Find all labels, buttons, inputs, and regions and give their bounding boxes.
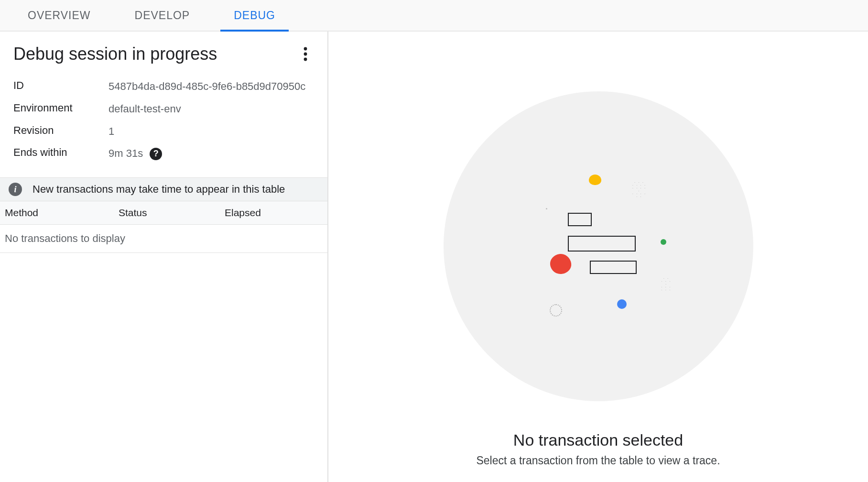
id-value: 5487b4da-d89d-485c-9fe6-b85d9d70950c bbox=[108, 79, 314, 94]
svg-point-0 bbox=[304, 47, 307, 51]
svg-point-1 bbox=[304, 53, 307, 56]
tab-develop[interactable]: DEVELOP bbox=[113, 0, 212, 31]
illus-blue-dot bbox=[617, 299, 627, 309]
illus-rect-3 bbox=[590, 261, 637, 274]
revision-label: Revision bbox=[13, 124, 108, 139]
tab-debug[interactable]: DEBUG bbox=[212, 0, 297, 31]
ends-within-label: Ends within bbox=[13, 146, 108, 161]
illus-yellow-blob bbox=[589, 175, 601, 185]
transactions-table-header: Method Status Elapsed bbox=[0, 201, 327, 225]
illus-green-dot bbox=[661, 239, 666, 245]
empty-state-title: No transaction selected bbox=[513, 431, 683, 449]
empty-state-subtitle: Select a transaction from the table to v… bbox=[476, 454, 720, 467]
session-details: ID 5487b4da-d89d-485c-9fe6-b85d9d70950c … bbox=[0, 73, 327, 177]
session-title: Debug session in progress bbox=[13, 44, 217, 64]
th-elapsed: Elapsed bbox=[225, 207, 323, 219]
ends-within-value: 9m 31s bbox=[108, 146, 143, 161]
empty-state-illustration: · · ·· · · ·· · · · ·· · · · · · · · ·· … bbox=[444, 91, 753, 401]
revision-value: 1 bbox=[108, 124, 314, 139]
environment-label: Environment bbox=[13, 102, 108, 117]
help-icon[interactable]: ? bbox=[150, 148, 162, 160]
th-method: Method bbox=[5, 207, 119, 219]
id-label: ID bbox=[13, 79, 108, 94]
info-banner-text: New transactions may take time to appear… bbox=[33, 183, 285, 196]
illus-dotted-circle bbox=[550, 304, 562, 317]
th-status: Status bbox=[119, 207, 225, 219]
tab-overview[interactable]: OVERVIEW bbox=[6, 0, 113, 31]
illus-dot-cluster-1: · · ·· · · ·· · · · ·· · · · · · bbox=[631, 181, 648, 198]
tab-bar: OVERVIEW DEVELOP DEBUG bbox=[0, 0, 868, 32]
more-vert-icon bbox=[304, 47, 307, 61]
illus-rect-1 bbox=[568, 213, 592, 226]
svg-point-2 bbox=[304, 58, 307, 61]
illus-rect-2 bbox=[568, 236, 636, 252]
right-panel: · · ·· · · ·· · · · ·· · · · · · · · ·· … bbox=[328, 32, 868, 482]
environment-value: default-test-env bbox=[108, 102, 314, 117]
left-panel: Debug session in progress ID 5487b4da-d8… bbox=[0, 32, 328, 482]
info-banner: i New transactions may take time to appe… bbox=[0, 177, 327, 201]
info-icon: i bbox=[9, 183, 22, 196]
illus-tiny-dot bbox=[546, 208, 547, 209]
illus-dot-cluster-2: · · ·· · · ·· · · · · bbox=[659, 277, 672, 291]
transactions-empty-row: No transactions to display bbox=[0, 225, 327, 253]
more-menu-button[interactable] bbox=[297, 45, 314, 63]
illus-red-blob bbox=[549, 252, 572, 275]
